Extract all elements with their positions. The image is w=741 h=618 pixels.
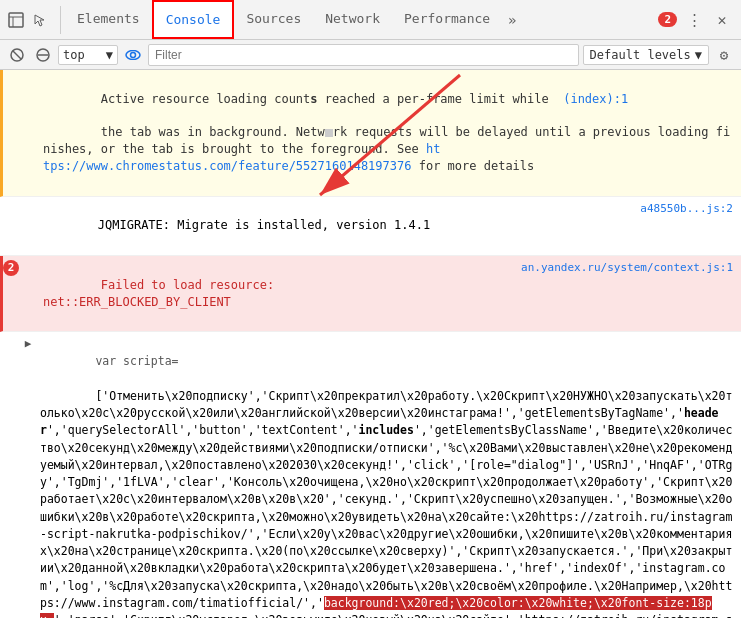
filter-input[interactable] bbox=[148, 44, 579, 66]
expand-arrow[interactable]: ▶ bbox=[25, 336, 32, 351]
console-entry-error: 2 Failed to load resource:net::ERR_BLOCK… bbox=[0, 256, 741, 332]
pointer-icon[interactable] bbox=[30, 10, 50, 30]
svg-line-4 bbox=[13, 51, 21, 59]
tab-elements[interactable]: Elements bbox=[65, 0, 152, 39]
eye-button[interactable] bbox=[122, 44, 144, 66]
levels-selector[interactable]: Default levels ▼ bbox=[583, 45, 709, 65]
info-content: JQMIGRATE: Migrate is installed, version… bbox=[36, 199, 621, 253]
settings-button[interactable]: ⚙ bbox=[713, 44, 735, 66]
entry-gutter-error: 2 bbox=[3, 258, 23, 329]
toolbar-divider bbox=[60, 6, 61, 34]
highlight-background-text: background:\x20red;\x20color:\x20white;\… bbox=[40, 596, 712, 618]
entry-gutter-info bbox=[0, 199, 20, 253]
error-icon: 2 bbox=[3, 260, 19, 276]
devtools-toolbar: Elements Console Sources Network Perform… bbox=[0, 0, 741, 40]
more-tabs-button[interactable]: » bbox=[502, 0, 522, 39]
entry-expand-code[interactable]: ▶ bbox=[20, 334, 36, 351]
tab-network[interactable]: Network bbox=[313, 0, 392, 39]
warn-content: Active resource loading counts reached a… bbox=[39, 72, 741, 194]
warn-source-inline[interactable]: (index):1 bbox=[563, 92, 628, 106]
svg-point-8 bbox=[131, 52, 136, 57]
tab-sources[interactable]: Sources bbox=[234, 0, 313, 39]
console-entry-code: ▶ var scripta= ['Отменить\x20подписку','… bbox=[0, 332, 741, 618]
svg-rect-0 bbox=[9, 13, 23, 27]
console-entry-warn: Active resource loading counts reached a… bbox=[0, 70, 741, 197]
entry-gutter bbox=[3, 72, 23, 194]
console-content: Active resource loading counts reached a… bbox=[0, 70, 741, 618]
error-content: Failed to load resource:net::ERR_BLOCKED… bbox=[39, 258, 517, 329]
close-button[interactable]: ✕ bbox=[711, 9, 733, 31]
error-count-badge: 2 bbox=[658, 12, 677, 27]
error-source[interactable]: an.yandex.ru/system/context.js:1 bbox=[517, 258, 741, 329]
toolbar-right: 2 ⋮ ✕ bbox=[650, 9, 741, 31]
tabs-container: Elements Console Sources Network Perform… bbox=[65, 0, 650, 39]
console-toolbar: top ▼ Default levels ▼ ⚙ bbox=[0, 40, 741, 70]
entry-expand-error[interactable] bbox=[23, 258, 39, 329]
entry-gutter-code bbox=[0, 334, 20, 336]
info-source[interactable]: a48550b...js:2 bbox=[621, 199, 741, 253]
code-content: var scripta= ['Отменить\x20подписку','Ск… bbox=[36, 334, 741, 618]
tab-console[interactable]: Console bbox=[152, 0, 235, 39]
context-selector[interactable]: top ▼ bbox=[58, 45, 118, 65]
more-options-button[interactable]: ⋮ bbox=[683, 9, 705, 31]
tab-performance[interactable]: Performance bbox=[392, 0, 502, 39]
clear-console-button[interactable] bbox=[6, 44, 28, 66]
console-entry-info: JQMIGRATE: Migrate is installed, version… bbox=[0, 197, 741, 256]
no-entry-button[interactable] bbox=[32, 44, 54, 66]
inspect-icon[interactable] bbox=[6, 10, 26, 30]
entry-expand-warn[interactable] bbox=[23, 72, 39, 194]
entry-expand-info[interactable] bbox=[20, 199, 36, 253]
